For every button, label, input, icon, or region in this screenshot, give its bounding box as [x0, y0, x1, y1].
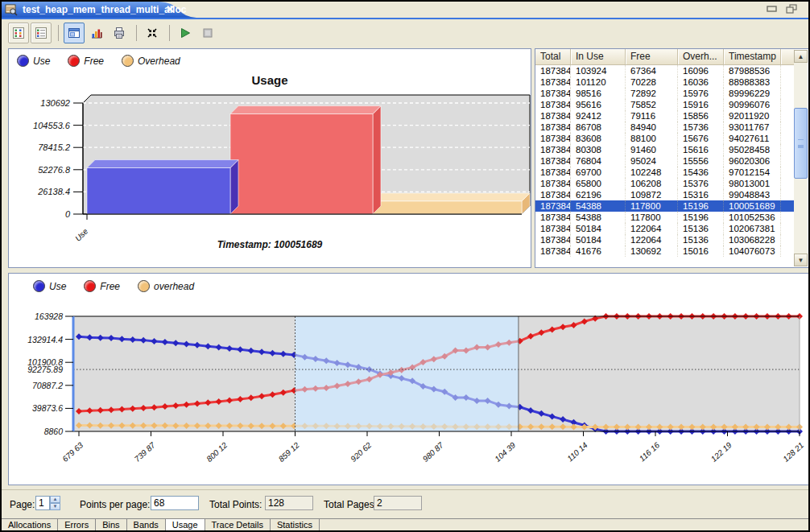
table-row[interactable]: 18738498516728921597689996229 — [535, 88, 795, 99]
table-row[interactable]: 187384697001022481543697012154 — [535, 167, 795, 178]
editor-tab-strip: test_heap_mem_thread_multi_alloc ✕ — [2, 2, 808, 18]
table-cell: 15016 — [678, 245, 724, 257]
table-row[interactable]: 18738486708849401573693011767 — [535, 122, 795, 133]
table-row[interactable]: 187384658001062081537698013001 — [535, 178, 795, 189]
view-tab-allocations[interactable]: Allocations — [2, 519, 58, 532]
table-cell: 187384 — [535, 234, 571, 245]
table-cell: 15736 — [678, 122, 724, 133]
bar-free — [230, 106, 381, 214]
table-cell: 103068228 — [724, 234, 781, 245]
table-row[interactable]: 187384621961098721531699048843 — [535, 189, 795, 200]
spinner-up-icon[interactable]: ▲ — [50, 496, 60, 503]
table-scrollbar[interactable]: ▲ ▼ — [794, 50, 808, 266]
svg-text:116 16: 116 16 — [638, 440, 662, 463]
table-row[interactable]: 18738480308914601561695028458 — [535, 144, 795, 155]
table-cell: 98013001 — [724, 178, 781, 189]
usage-line-chart-panel: UseFreeoverhead 886039873.670887.2101900… — [8, 273, 809, 485]
chart-view-icon[interactable] — [86, 23, 107, 43]
view-tab-trace-details[interactable]: Trace Details — [205, 519, 271, 532]
table-cell: 50184 — [571, 234, 626, 245]
spinner-down-icon[interactable]: ▼ — [50, 503, 60, 510]
usage-line-chart[interactable]: 886039873.670887.2101900.8132914.4163928… — [9, 298, 808, 485]
table-row[interactable]: 1873845018412206415136103068228 — [535, 234, 795, 245]
svg-text:110 14: 110 14 — [565, 440, 589, 463]
svg-text:679 63: 679 63 — [60, 440, 85, 464]
legend-color-icon — [33, 280, 45, 292]
view-tab-bands[interactable]: Bands — [127, 519, 166, 532]
table-cell: 95028458 — [724, 144, 781, 155]
total-points-label: Total Points: — [209, 499, 262, 510]
svg-text:0: 0 — [65, 209, 71, 219]
toolbar-separator — [58, 25, 59, 41]
run-icon[interactable] — [175, 23, 196, 43]
table-row[interactable]: 18738483608881001567694027611 — [535, 133, 795, 144]
points-per-page-input[interactable] — [151, 496, 199, 510]
column-header[interactable]: Free — [626, 49, 678, 64]
column-header[interactable]: Timestamp — [724, 49, 781, 64]
svg-text:122 19: 122 19 — [709, 440, 734, 464]
total-pages-label: Total Pages: — [324, 499, 377, 510]
fit-to-window-icon[interactable] — [142, 23, 163, 43]
scroll-down-icon[interactable]: ▼ — [794, 254, 808, 266]
table-row[interactable]: 18738476804950241555696020306 — [535, 155, 795, 167]
view-tab-statistics[interactable]: Statistics — [271, 519, 320, 532]
overview-pane-icon[interactable] — [64, 23, 85, 43]
list-view-icon[interactable] — [31, 23, 52, 43]
table-row[interactable]: 187384101120702281603688988383 — [535, 76, 795, 88]
table-row[interactable]: 1873845018412206415136102067381 — [535, 223, 795, 234]
table-cell: 187384 — [535, 144, 571, 155]
bar-chart-legend: UseFreeOverhead — [17, 55, 180, 67]
table-row[interactable]: 18738492412791161585692011920 — [535, 110, 795, 122]
table-row[interactable]: 18738495616758521591690996076 — [535, 99, 795, 110]
table-cell: 15196 — [678, 212, 724, 223]
page-input[interactable] — [35, 496, 50, 510]
table-cell: 67364 — [626, 65, 678, 76]
minimize-icon[interactable] — [767, 4, 778, 14]
table-cell: 84940 — [626, 122, 678, 133]
stop-icon[interactable] — [197, 23, 218, 43]
scrollbar-thumb[interactable] — [794, 108, 808, 179]
legend-color-icon — [17, 55, 29, 67]
svg-text:26138.4: 26138.4 — [37, 187, 70, 196]
view-tab-bins[interactable]: Bins — [96, 519, 126, 532]
table-cell: 65800 — [571, 178, 626, 189]
table-row[interactable]: 1873845438811780015196101052536 — [535, 212, 795, 223]
table-cell: 75852 — [626, 99, 678, 110]
table-row[interactable]: 1873844167613069215016104076073 — [535, 245, 795, 257]
restore-icon[interactable] — [786, 4, 797, 14]
table-cell: 15856 — [678, 110, 724, 122]
column-header[interactable]: In Use — [571, 49, 626, 64]
svg-text:104 39: 104 39 — [493, 440, 517, 464]
table-cell: 103924 — [571, 65, 626, 76]
tab-close-icon[interactable]: ✕ — [166, 3, 175, 15]
table-cell: 117800 — [626, 212, 678, 223]
table-cell: 94027611 — [724, 133, 781, 144]
bar-chart-timestamp-caption: Timestamp: 100051689 — [9, 239, 531, 250]
table-cell: 99048843 — [724, 189, 781, 200]
table-cell: 15376 — [678, 178, 724, 189]
table-cell: 41676 — [571, 245, 626, 257]
scroll-up-icon[interactable]: ▲ — [794, 50, 808, 63]
paging-controls: Page: ▲ ▼ Points per page: Total Points:… — [2, 489, 808, 519]
grid-view-icon[interactable] — [8, 23, 29, 43]
view-tab-usage[interactable]: Usage — [166, 519, 205, 532]
bar-chart-title: Usage — [9, 73, 531, 87]
svg-text:104553.6: 104553.6 — [33, 121, 71, 130]
print-icon[interactable] — [109, 23, 130, 43]
column-header[interactable]: Total — [535, 49, 571, 64]
table-row[interactable]: 187384103924673641609687988536 — [535, 65, 795, 76]
table-cell: 89996229 — [724, 88, 781, 99]
view-tab-errors[interactable]: Errors — [58, 519, 96, 532]
legend-item: Free — [68, 55, 104, 67]
table-cell: 95616 — [571, 99, 626, 110]
table-cell: 187384 — [535, 178, 571, 189]
table-row[interactable]: 1873845438811780015196100051689 — [535, 200, 795, 212]
page-spinner[interactable]: ▲ ▼ — [50, 496, 60, 510]
column-header[interactable]: Overh... — [678, 49, 724, 64]
table-header[interactable]: TotalIn UseFreeOverh...Timestamp — [535, 49, 795, 65]
table-cell: 187384 — [535, 200, 571, 212]
legend-item: Overhead — [122, 55, 180, 67]
table-cell: 122064 — [626, 234, 678, 245]
table-cell: 101120 — [571, 76, 626, 88]
table-body[interactable]: 1873841039246736416096879885361873841011… — [535, 65, 795, 267]
